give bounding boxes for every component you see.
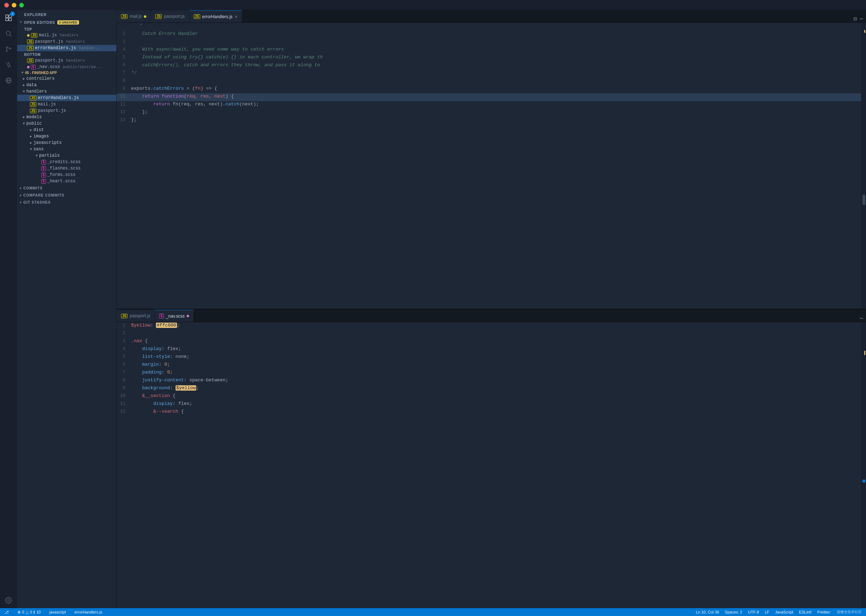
tree-file-flashes[interactable]: S _flashes.scss bbox=[17, 165, 116, 171]
code-line: 6 catchErrors(), catch and errors they t… bbox=[117, 62, 866, 70]
git-branch-status[interactable]: ⎇ bbox=[3, 610, 10, 614]
code-line: 12 }; bbox=[117, 109, 866, 117]
minimap-marker-blue bbox=[863, 479, 865, 482]
tab-nav-scss[interactable]: S _nav.scss bbox=[155, 310, 194, 322]
warning-icon: △ bbox=[26, 610, 28, 614]
tree-file-passport[interactable]: JS passport.js bbox=[17, 107, 116, 114]
eol-status[interactable]: LF bbox=[764, 610, 771, 614]
indentation-status[interactable]: Spaces: 2 bbox=[724, 610, 744, 614]
svg-rect-3 bbox=[9, 18, 11, 20]
javascripts-folder[interactable]: ▶ javascripts bbox=[17, 140, 116, 146]
git-stashes-section[interactable]: ▶ GIT STASHES bbox=[17, 199, 116, 206]
close-button[interactable] bbox=[4, 3, 9, 8]
code-line: 2 bbox=[117, 330, 866, 338]
partials-folder[interactable]: ▼ partials bbox=[17, 152, 116, 159]
handlers-folder[interactable]: ▼ handlers bbox=[17, 88, 116, 95]
remote-activity-icon[interactable] bbox=[3, 75, 14, 85]
open-editors-header[interactable]: ▼ OPEN EDITORS 2 UNSAVED bbox=[17, 18, 116, 26]
tab-passport-js[interactable]: JS passport.js bbox=[151, 10, 189, 22]
tree-file-errorhandlers[interactable]: JS errorHandlers.js bbox=[17, 95, 116, 101]
code-line: 10 &__section { bbox=[117, 393, 866, 401]
settings-activity-icon[interactable] bbox=[3, 596, 14, 605]
minimize-button[interactable] bbox=[12, 3, 16, 8]
controllers-folder[interactable]: ▶ controllers bbox=[17, 75, 116, 82]
explorer-heading[interactable]: EXPLORER bbox=[17, 10, 116, 18]
commits-section[interactable]: ▶ COMMITS bbox=[17, 184, 116, 192]
js-file-icon: JS bbox=[27, 46, 33, 50]
unsaved-dot bbox=[144, 15, 146, 18]
errors-status[interactable]: ⊗ 0 △ 0 ℹ 10 bbox=[16, 610, 42, 614]
prettier-status[interactable]: Prettier: bbox=[816, 610, 833, 614]
code-line: 11 display: flex; bbox=[117, 401, 866, 409]
js-file-icon: JS bbox=[27, 39, 33, 44]
eslint-status[interactable]: ESLint! bbox=[798, 610, 813, 614]
tab-mail-js[interactable]: JS mail.js bbox=[117, 10, 151, 22]
open-file-passport[interactable]: JS passport.js handlers bbox=[17, 38, 116, 45]
code-line: 7 */ bbox=[117, 70, 866, 78]
scss-file-icon: S bbox=[41, 179, 46, 184]
compare-commits-section[interactable]: ▶ COMPARE COMMITS bbox=[17, 192, 116, 199]
info-icon: ℹ bbox=[33, 610, 35, 614]
svg-rect-0 bbox=[6, 15, 8, 17]
cursor-position-status[interactable]: Ln 10, Col 36 bbox=[695, 610, 720, 614]
scss-tab-icon: S bbox=[159, 314, 164, 318]
open-file-passport-bottom[interactable]: JS passport.js handlers bbox=[17, 57, 116, 64]
top-tab-bar: JS mail.js JS passport.js JS errorHandle… bbox=[117, 10, 866, 23]
search-activity-icon[interactable] bbox=[3, 28, 14, 38]
tab-actions: ⊟ ⋯ bbox=[851, 15, 866, 22]
tree-file-mail[interactable]: JS mail.js bbox=[17, 101, 116, 107]
js-tab-icon: JS bbox=[121, 14, 127, 19]
maximize-button[interactable] bbox=[19, 3, 24, 8]
code-line: 6 margin: 0; bbox=[117, 361, 866, 369]
top-scrollbar[interactable] bbox=[861, 23, 866, 309]
svg-point-4 bbox=[6, 31, 10, 35]
code-line: 2 Catch Errors Handler bbox=[117, 31, 866, 38]
js-file-icon: JS bbox=[30, 102, 36, 107]
svg-rect-2 bbox=[6, 18, 8, 20]
models-folder[interactable]: ▶ models bbox=[17, 114, 116, 120]
tab-errorhandlers-js[interactable]: JS errorHandlers.js × bbox=[189, 10, 242, 22]
data-folder[interactable]: ▶ data bbox=[17, 82, 116, 88]
minimap-marker-yellow bbox=[864, 30, 865, 33]
titlebar bbox=[0, 0, 866, 10]
editor-split: JS mail.js JS passport.js JS errorHandle… bbox=[117, 10, 866, 608]
charset-status[interactable]: UTF-8 bbox=[747, 610, 760, 614]
code-line: 9 exports.catchErrors = (fn) => { bbox=[117, 85, 866, 93]
images-folder[interactable]: ▶ images bbox=[17, 133, 116, 140]
editor-area: JS mail.js JS passport.js JS errorHandle… bbox=[117, 10, 866, 608]
main-container: 2 bbox=[0, 10, 866, 608]
dist-folder[interactable]: ▶ dist bbox=[17, 127, 116, 133]
code-line: 11 return fn(req, res, next).catch(next)… bbox=[117, 101, 866, 109]
filename-status[interactable]: errorHandlers.js bbox=[73, 610, 104, 614]
js-tab-icon: JS bbox=[121, 314, 127, 318]
scss-file-icon: S bbox=[31, 65, 36, 69]
bottom-tab-actions: ⋯ bbox=[857, 315, 866, 322]
bottom-scrollbar[interactable] bbox=[861, 322, 866, 608]
open-file-mail[interactable]: JS mail.js handlers bbox=[17, 32, 116, 38]
more-actions-icon[interactable]: ⋯ bbox=[860, 15, 863, 22]
open-file-errorhandlers[interactable]: JS errorHandlers.js handler... bbox=[17, 45, 116, 51]
tab-passport-bottom[interactable]: JS passport.js bbox=[117, 310, 155, 322]
svg-point-11 bbox=[8, 64, 10, 66]
tree-file-heart[interactable]: S _heart.scss bbox=[17, 178, 116, 184]
tree-file-forms[interactable]: S _forms.scss bbox=[17, 171, 116, 178]
bottom-code-editor[interactable]: 1 $yellow: #ffc600; 2 3 .nav { 4 display… bbox=[117, 322, 866, 608]
top-code-editor[interactable]: ' 2 Catch Errors Handler 3 4 With async/… bbox=[117, 23, 866, 310]
debug-activity-icon[interactable] bbox=[3, 60, 14, 70]
sass-folder[interactable]: ▼ sass bbox=[17, 146, 116, 152]
js-file-icon: JS bbox=[27, 58, 33, 63]
split-editor-icon[interactable]: ⊟ bbox=[853, 15, 857, 22]
language-status[interactable]: JavaScript bbox=[774, 610, 795, 614]
file-type-status[interactable]: javascript bbox=[48, 610, 67, 614]
explorer-activity-icon[interactable]: 2 bbox=[3, 13, 14, 23]
git-activity-icon[interactable] bbox=[3, 44, 14, 54]
tab-close-button[interactable]: × bbox=[235, 14, 237, 20]
public-folder[interactable]: ▼ public bbox=[17, 120, 116, 127]
finished-app-folder[interactable]: ▼ 45 - FINISHED APP bbox=[17, 70, 116, 75]
more-actions-icon[interactable]: ⋯ bbox=[860, 315, 863, 322]
status-right: Ln 10, Col 36 Spaces: 2 UTF-8 LF JavaScr… bbox=[695, 610, 863, 614]
tree-file-credits[interactable]: S _credits.scss bbox=[17, 159, 116, 165]
watermark: @撸全技术社区 bbox=[835, 610, 863, 614]
code-line-highlighted: 10 return function(req, res, next) { bbox=[117, 93, 866, 101]
open-file-nav-scss[interactable]: S _nav.scss public/sass/pa... bbox=[17, 64, 116, 70]
